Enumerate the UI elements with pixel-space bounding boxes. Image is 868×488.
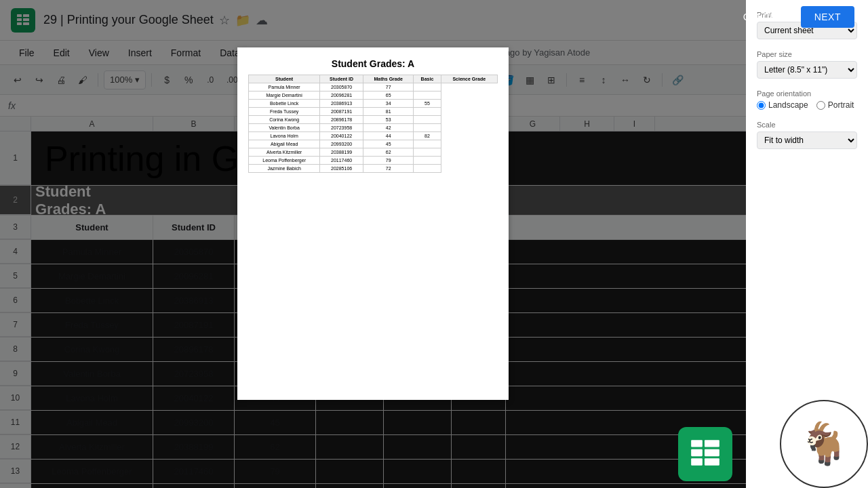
preview-cell-4-2: 53 — [363, 116, 413, 124]
preview-cell-8-2: 62 — [363, 148, 413, 157]
preview-cell-6-0: Lavona Holm — [249, 132, 320, 140]
preview-cell-2-2: 34 — [363, 100, 413, 108]
sheets-logo-overlay — [678, 427, 732, 481]
preview-cell-3-0: Freda Tussey — [249, 108, 320, 116]
preview-cell-5-2: 42 — [363, 124, 413, 132]
preview-th-id: Student ID — [320, 75, 363, 83]
goat-logo-overlay: 🐐 — [780, 400, 868, 488]
preview-row: Corina Kwong2089617853 — [249, 116, 498, 124]
preview-cell-4-0: Corina Kwong — [249, 116, 320, 124]
preview-cell-7-2: 45 — [363, 140, 413, 148]
preview-row: Valentin Borba2072395842 — [249, 124, 498, 132]
preview-cell-8-3 — [414, 148, 441, 157]
preview-cell-5-1: 20723958 — [320, 124, 363, 132]
preview-cell-7-1: 20993200 — [320, 140, 363, 148]
preview-cell-4-1: 20896178 — [320, 116, 363, 124]
preview-cell-9-1: 20117460 — [320, 157, 363, 165]
orientation-label: Page orientation — [757, 89, 857, 98]
preview-row: Leoma Poffenberger2011746079 — [249, 157, 498, 165]
preview-cell-8-0: Alverta Kitzmiller — [249, 148, 320, 157]
preview-row: Pamula Minner2030587077 — [249, 83, 498, 92]
preview-cell-0-1: 20305870 — [320, 83, 363, 92]
preview-cell-0-2: 77 — [363, 83, 413, 92]
print-preview-area: Student Grades: A Student Student ID Mat… — [0, 34, 746, 488]
orientation-section: Page orientation Landscape Portrait — [757, 89, 857, 110]
preview-row: Jazmine Babich2028510672 — [249, 165, 498, 173]
landscape-label: Landscape — [768, 100, 808, 110]
scale-label: Scale — [757, 121, 857, 129]
preview-cell-10-0: Jazmine Babich — [249, 165, 320, 173]
preview-cell-10-3 — [414, 165, 441, 173]
scale-section: Scale Fit to width Fit to page Custom — [757, 121, 857, 149]
svg-rect-9 — [705, 440, 719, 447]
preview-table: Student Student ID Maths Grade Basic Sci… — [248, 75, 498, 173]
preview-cell-3-1: 20087191 — [320, 108, 363, 116]
portrait-option[interactable]: Portrait — [816, 100, 854, 110]
preview-cell-3-2: 81 — [363, 108, 413, 116]
preview-cell-9-2: 79 — [363, 157, 413, 165]
preview-cell-10-1: 20285106 — [320, 165, 363, 173]
preview-row: Lavona Holm200401224482 — [249, 132, 498, 140]
preview-cell-1-2: 65 — [363, 92, 413, 100]
landscape-option[interactable]: Landscape — [757, 100, 808, 110]
svg-rect-10 — [705, 449, 719, 456]
preview-cell-1-0: Margie Demartini — [249, 92, 320, 100]
preview-cell-7-3 — [414, 140, 441, 148]
print-page: Student Grades: A Student Student ID Mat… — [237, 47, 509, 400]
preview-th-student: Student — [249, 75, 320, 83]
scale-select[interactable]: Fit to width Fit to page Custom — [757, 131, 857, 149]
preview-cell-10-2: 72 — [363, 165, 413, 173]
preview-cell-2-1: 20386913 — [320, 100, 363, 108]
preview-row: Abigail Mead2099320045 — [249, 140, 498, 148]
preview-cell-7-0: Abigail Mead — [249, 140, 320, 148]
preview-cell-8-1: 20388199 — [320, 148, 363, 157]
preview-title: Student Grades: A — [248, 58, 498, 69]
preview-th-basic: Basic — [414, 75, 441, 83]
svg-rect-11 — [705, 458, 719, 465]
preview-cell-2-0: Bobette Linck — [249, 100, 320, 108]
preview-row: Alverta Kitzmiller2038819962 — [249, 148, 498, 157]
preview-th-science: Science Grade — [441, 75, 498, 83]
preview-cell-1-3 — [414, 92, 441, 100]
preview-cell-0-0: Pamula Minner — [249, 83, 320, 92]
svg-rect-8 — [691, 458, 703, 465]
paper-size-section: Paper size Letter (8.5" x 11") A4 Legal — [757, 50, 857, 79]
preview-cell-6-2: 44 — [363, 132, 413, 140]
preview-cell-0-3 — [414, 83, 441, 92]
preview-cell-9-0: Leoma Poffenberger — [249, 157, 320, 165]
print-top-bar: CANCEL NEXT — [0, 0, 868, 34]
svg-rect-7 — [691, 449, 703, 456]
portrait-radio[interactable] — [816, 101, 825, 110]
preview-th-maths: Maths Grade — [363, 75, 413, 83]
next-button[interactable]: NEXT — [801, 6, 854, 28]
landscape-radio[interactable] — [757, 101, 766, 110]
preview-row: Freda Tussey2008719181 — [249, 108, 498, 116]
preview-cell-9-3 — [414, 157, 441, 165]
paper-size-select[interactable]: Letter (8.5" x 11") A4 Legal — [757, 61, 857, 79]
preview-row: Margie Demartini2009628165 — [249, 92, 498, 100]
preview-cell-6-3: 82 — [414, 132, 441, 140]
portrait-label: Portrait — [828, 100, 854, 110]
preview-cell-5-0: Valentin Borba — [249, 124, 320, 132]
preview-cell-4-3 — [414, 116, 441, 124]
preview-cell-6-1: 20040122 — [320, 132, 363, 140]
paper-size-label: Paper size — [757, 50, 857, 58]
preview-row: Bobette Linck203869133455 — [249, 100, 498, 108]
preview-cell-1-1: 20096281 — [320, 92, 363, 100]
svg-rect-6 — [691, 440, 703, 447]
orientation-group: Landscape Portrait — [757, 100, 857, 110]
cancel-button[interactable]: CANCEL — [732, 7, 793, 26]
preview-cell-2-3: 55 — [414, 100, 441, 108]
print-overlay: CANCEL NEXT Student Grades: A Student St… — [0, 0, 868, 488]
preview-cell-5-3 — [414, 124, 441, 132]
preview-cell-3-3 — [414, 108, 441, 116]
